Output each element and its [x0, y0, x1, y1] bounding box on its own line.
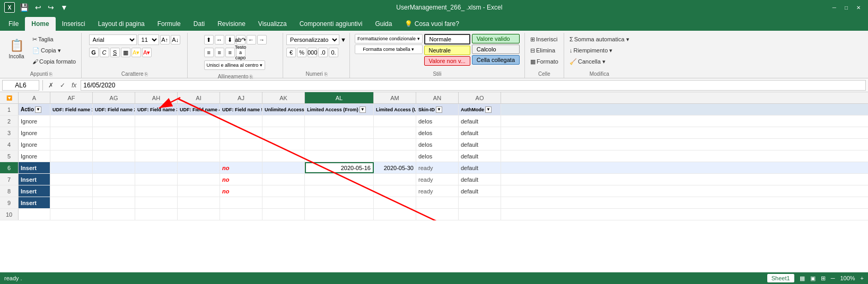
cell-2-ag[interactable]: [93, 116, 135, 127]
cell-6-ag[interactable]: [93, 162, 135, 173]
cell-6-an[interactable]: ready: [416, 162, 459, 173]
cell-4-al[interactable]: [305, 139, 374, 150]
cell-3-ak[interactable]: [262, 127, 305, 138]
cell-5-ak[interactable]: [262, 150, 305, 162]
col-header-am[interactable]: AM: [374, 92, 416, 103]
qat-dropdown[interactable]: ▼: [59, 3, 69, 12]
tab-revisione[interactable]: Revisione: [211, 17, 252, 31]
cell-8-ag[interactable]: [93, 185, 135, 197]
cell-1-am[interactable]: Limited Access (Until)▼: [374, 104, 416, 115]
cell-10-ak[interactable]: [262, 209, 305, 220]
cell-7-a[interactable]: Insert: [19, 174, 50, 185]
close-button[interactable]: ✕: [853, 5, 864, 11]
tab-formule[interactable]: Formule: [151, 17, 187, 31]
cell-6-a[interactable]: Insert: [19, 162, 50, 173]
cell-2-ao[interactable]: default: [459, 116, 501, 127]
style-neutrale[interactable]: Neutrale: [424, 46, 470, 55]
cell-9-an[interactable]: [416, 197, 459, 208]
filter-btn-a[interactable]: ▼: [35, 106, 41, 113]
currency-button[interactable]: €: [286, 48, 296, 57]
cell-9-ah[interactable]: [135, 197, 178, 208]
cell-1-af[interactable]: UDF: Field name 1▼: [50, 104, 93, 115]
cell-2-af[interactable]: [50, 116, 93, 127]
cell-8-ah[interactable]: [135, 185, 178, 197]
tab-inserisci[interactable]: Inserisci: [56, 17, 92, 31]
align-center-button[interactable]: ≡: [215, 48, 224, 57]
align-left-button[interactable]: ≡: [204, 48, 214, 57]
cell-7-an[interactable]: ready: [416, 174, 459, 185]
cell-8-a[interactable]: Insert: [19, 185, 50, 197]
font-size-select[interactable]: 11: [138, 34, 159, 45]
cell-4-ak[interactable]: [262, 139, 305, 150]
copia-button[interactable]: 📄 Copia ▾: [30, 45, 78, 56]
cell-8-ao[interactable]: default: [459, 185, 501, 197]
col-header-a[interactable]: A: [19, 92, 50, 103]
conditional-format-button[interactable]: Formattazione condizionale ▾: [355, 34, 423, 43]
allineamento-expand[interactable]: ⎘: [250, 74, 252, 79]
maximize-button[interactable]: □: [841, 5, 851, 11]
tab-dati[interactable]: Dati: [187, 17, 211, 31]
cell-9-aj[interactable]: [220, 197, 262, 208]
cell-8-an[interactable]: ready: [416, 185, 459, 197]
underline-button[interactable]: S: [110, 48, 120, 57]
cell-10-an[interactable]: [416, 209, 459, 220]
cell-4-a[interactable]: Ignore: [19, 139, 50, 150]
cell-2-al[interactable]: [305, 116, 374, 127]
tab-help-search[interactable]: 💡 Cosa vuoi fare?: [398, 17, 465, 31]
cell-1-aj[interactable]: UDF: Field name 5▼: [220, 104, 262, 115]
cell-2-ah[interactable]: [135, 116, 178, 127]
style-normale[interactable]: Normale: [424, 34, 470, 45]
cell-2-aj[interactable]: [220, 116, 262, 127]
align-middle-button[interactable]: ↔: [215, 35, 224, 45]
tab-componenti[interactable]: Componenti aggiuntivi: [293, 17, 369, 31]
decimal-decrease-button[interactable]: 0.: [329, 48, 338, 57]
align-right-button[interactable]: ≡: [225, 48, 235, 57]
align-top-button[interactable]: ⬆: [204, 35, 214, 45]
cell-7-al[interactable]: [305, 174, 374, 185]
cell-7-ah[interactable]: [135, 174, 178, 185]
cell-1-ah[interactable]: UDF: Field name 3▼: [135, 104, 178, 115]
cell-8-ak[interactable]: [262, 185, 305, 197]
cell-10-aj[interactable]: [220, 209, 262, 220]
insert-function-icon[interactable]: fx: [69, 82, 78, 89]
riempimento-button[interactable]: ↓ Riempimento ▾: [567, 45, 632, 56]
appunti-expand[interactable]: ⎘: [49, 72, 52, 77]
cell-4-an[interactable]: delos: [416, 139, 459, 150]
cell-8-ai[interactable]: [178, 185, 220, 197]
cell-10-ah[interactable]: [135, 209, 178, 220]
sheet-tab[interactable]: Sheet1: [767, 274, 794, 282]
cell-6-ao[interactable]: default: [459, 162, 501, 173]
cell-10-al[interactable]: [305, 209, 374, 220]
cell-3-ah[interactable]: [135, 127, 178, 138]
cell-7-am[interactable]: [374, 174, 416, 185]
cell-4-ao[interactable]: default: [459, 139, 501, 150]
undo-button[interactable]: ↩: [33, 3, 43, 12]
number-format-dropdown[interactable]: ▼: [340, 37, 346, 43]
font-size-increase[interactable]: A↑: [160, 35, 170, 45]
view-normal-icon[interactable]: ▦: [800, 275, 805, 282]
col-header-aj[interactable]: AJ: [220, 92, 262, 103]
cell-1-al[interactable]: Limited Access (From)▼: [305, 104, 374, 115]
somma-button[interactable]: Σ Somma automatica ▾: [567, 34, 632, 45]
taglia-button[interactable]: ✂ Taglia: [30, 34, 78, 45]
align-bottom-button[interactable]: ⬇: [225, 35, 235, 45]
percent-button[interactable]: %: [297, 48, 306, 57]
cell-9-ao[interactable]: [459, 197, 501, 208]
numeri-expand[interactable]: ⎘: [325, 72, 327, 77]
cell-4-ai[interactable]: [178, 139, 220, 150]
filter-btn-al[interactable]: ▼: [360, 106, 366, 113]
cell-5-af[interactable]: [50, 150, 93, 162]
cell-4-ah[interactable]: [135, 139, 178, 150]
decimal-increase-button[interactable]: .0: [318, 48, 328, 57]
fill-color-button[interactable]: A▾: [131, 48, 141, 57]
cell-1-ai[interactable]: UDF: Field name 4▼: [178, 104, 220, 115]
cell-5-ao[interactable]: default: [459, 150, 501, 162]
cell-7-ag[interactable]: [93, 174, 135, 185]
cell-5-an[interactable]: delos: [416, 150, 459, 162]
cell-7-aj[interactable]: no: [220, 174, 262, 185]
view-page-icon[interactable]: ⊞: [821, 275, 826, 282]
cell-5-am[interactable]: [374, 150, 416, 162]
thousands-button[interactable]: 000: [308, 48, 317, 57]
number-format-select[interactable]: Personalizzato: [286, 34, 339, 45]
cell-4-am[interactable]: [374, 139, 416, 150]
